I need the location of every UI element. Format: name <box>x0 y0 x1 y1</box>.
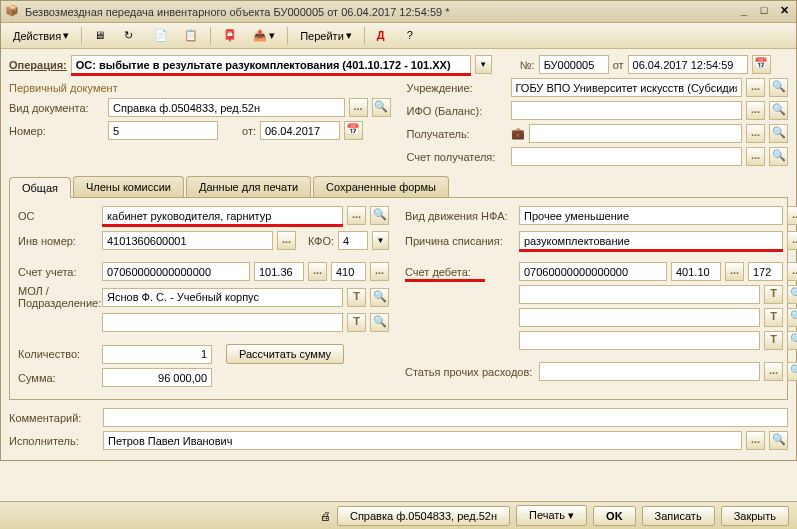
close-button[interactable]: ✕ <box>776 4 792 20</box>
schet-uch1-input[interactable] <box>102 262 250 281</box>
kfo-dropdown[interactable]: ▼ <box>372 231 389 250</box>
close-button-footer[interactable]: Закрыть <box>721 506 789 526</box>
maximize-button[interactable]: □ <box>756 4 772 20</box>
schet-deb2-select[interactable]: ... <box>725 262 744 281</box>
schet-deb3-select[interactable]: ... <box>787 262 797 281</box>
mol-t[interactable]: T <box>347 288 366 307</box>
tab-commission[interactable]: Члены комиссии <box>73 176 184 197</box>
schet-uch2-select[interactable]: ... <box>308 262 327 281</box>
form-icon: 🖥 <box>94 29 108 43</box>
ok-button[interactable]: OK <box>593 506 636 526</box>
ifo-search[interactable]: 🔍 <box>769 101 788 120</box>
minimize-button[interactable]: _ <box>736 4 752 20</box>
mol-input[interactable] <box>102 288 343 307</box>
ot-date-picker[interactable]: 📅 <box>344 121 363 140</box>
deb-extra3-input[interactable] <box>519 331 760 350</box>
operation-dropdown[interactable]: ▼ <box>475 55 492 74</box>
poluch-search[interactable]: 🔍 <box>769 124 788 143</box>
mol2-t[interactable]: T <box>347 313 366 332</box>
statya-select[interactable]: ... <box>764 362 783 381</box>
os-select[interactable]: ... <box>347 206 366 225</box>
primary-doc-title: Первичный документ <box>9 82 391 94</box>
vid-dv-input[interactable] <box>519 206 783 225</box>
schet-deb2-input[interactable] <box>671 262 721 281</box>
schet-deb1-input[interactable] <box>519 262 667 281</box>
schet-select[interactable]: ... <box>746 147 765 166</box>
vid-dv-select[interactable]: ... <box>787 206 797 225</box>
ifo-select[interactable]: ... <box>746 101 765 120</box>
mol2-input[interactable] <box>102 313 343 332</box>
print-icon: 🖨 <box>320 510 331 522</box>
komm-input[interactable] <box>103 408 788 427</box>
nomer-input[interactable] <box>108 121 218 140</box>
mol2-search[interactable]: 🔍 <box>370 313 389 332</box>
date-picker-button[interactable]: 📅 <box>752 55 771 74</box>
os-input[interactable] <box>102 206 343 225</box>
deb-extra2-t[interactable]: T <box>764 308 783 327</box>
vid-dok-input[interactable] <box>108 98 345 117</box>
vid-dok-select[interactable]: ... <box>349 98 368 117</box>
tab-saved-forms[interactable]: Сохраненные формы <box>313 176 449 197</box>
num-input[interactable] <box>539 55 609 74</box>
deb-extra2-input[interactable] <box>519 308 760 327</box>
actions-menu[interactable]: Действия ▾ <box>7 27 75 44</box>
print-button[interactable]: Печать ▾ <box>516 505 587 526</box>
tb-icon-4[interactable]: 📋 <box>178 27 204 45</box>
schet-label: Счет получателя: <box>407 151 507 163</box>
isp-input[interactable] <box>103 431 742 450</box>
isp-search[interactable]: 🔍 <box>769 431 788 450</box>
tb-icon-2[interactable]: ↻ <box>118 27 144 45</box>
os-search[interactable]: 🔍 <box>370 206 389 225</box>
tb-icon-5[interactable]: 📮 <box>217 27 243 45</box>
poluch-input[interactable] <box>529 124 743 143</box>
schet-search[interactable]: 🔍 <box>769 147 788 166</box>
poluch-label: Получатель: <box>407 128 507 140</box>
inv-select[interactable]: ... <box>277 231 296 250</box>
spravka-button[interactable]: Справка ф.0504833, ред.52н <box>337 506 510 526</box>
schet-deb3-input[interactable] <box>748 262 783 281</box>
date-input[interactable] <box>628 55 748 74</box>
summa-input[interactable] <box>102 368 212 387</box>
ot-date-input[interactable] <box>260 121 340 140</box>
vid-dok-label: Вид документа: <box>9 102 104 114</box>
schet-uch3-select[interactable]: ... <box>370 262 389 281</box>
deb-extra2-search[interactable]: 🔍 <box>787 308 797 327</box>
uchr-input[interactable] <box>511 78 743 97</box>
schet-uch3-input[interactable] <box>331 262 366 281</box>
isp-select[interactable]: ... <box>746 431 765 450</box>
statya-input[interactable] <box>539 362 760 381</box>
prich-input[interactable] <box>519 231 783 250</box>
kfo-input[interactable] <box>338 231 368 250</box>
deb-extra1-t[interactable]: T <box>764 285 783 304</box>
uchr-search[interactable]: 🔍 <box>769 78 788 97</box>
tb-icon-6[interactable]: 📤 ▾ <box>247 27 281 45</box>
operation-select[interactable] <box>71 55 471 74</box>
deb-extra3-t[interactable]: T <box>764 331 783 350</box>
poluch-select[interactable]: ... <box>746 124 765 143</box>
statya-search[interactable]: 🔍 <box>787 362 797 381</box>
save-button[interactable]: Записать <box>642 506 715 526</box>
schet-uch-label: Счет учета: <box>18 266 98 278</box>
tb-icon-7[interactable]: Д <box>371 27 397 45</box>
goto-menu[interactable]: Перейти ▾ <box>294 27 358 44</box>
tb-icon-1[interactable]: 🖥 <box>88 27 114 45</box>
toolbar: Действия ▾ 🖥 ↻ 📄 📋 📮 📤 ▾ Перейти ▾ Д ? <box>1 23 796 49</box>
tab-general[interactable]: Общая <box>9 177 71 198</box>
deb-extra1-search[interactable]: 🔍 <box>787 285 797 304</box>
schet-uch2-input[interactable] <box>254 262 304 281</box>
vid-dok-search[interactable]: 🔍 <box>372 98 391 117</box>
app-icon: 📦 <box>5 4 21 20</box>
schet-input[interactable] <box>511 147 743 166</box>
deb-extra3-search[interactable]: 🔍 <box>787 331 797 350</box>
tb-icon-8[interactable]: ? <box>401 27 427 45</box>
tab-print-data[interactable]: Данные для печати <box>186 176 311 197</box>
deb-extra1-input[interactable] <box>519 285 760 304</box>
uchr-select[interactable]: ... <box>746 78 765 97</box>
kol-input[interactable] <box>102 345 212 364</box>
inv-input[interactable] <box>102 231 273 250</box>
rasschitat-button[interactable]: Рассчитать сумму <box>226 344 344 364</box>
mol-search[interactable]: 🔍 <box>370 288 389 307</box>
tb-icon-3[interactable]: 📄 <box>148 27 174 45</box>
ifo-input[interactable] <box>511 101 743 120</box>
prich-select[interactable]: ... <box>787 231 797 250</box>
